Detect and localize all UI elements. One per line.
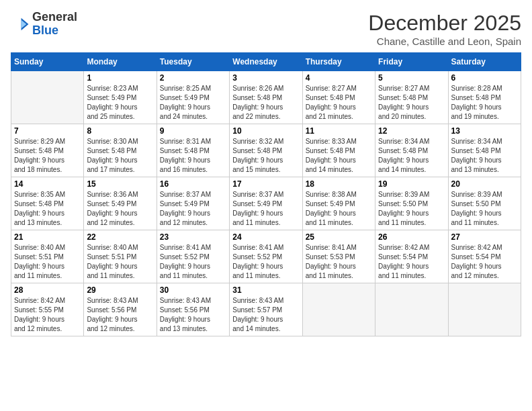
location-title: Chane, Castille and Leon, Spain (368, 36, 521, 47)
day-number: 23 (160, 232, 226, 242)
day-info: Sunrise: 8:40 AMSunset: 5:51 PMDaylight:… (14, 243, 81, 281)
weekday-header-monday: Monday (84, 53, 157, 71)
day-number: 16 (160, 179, 226, 189)
day-number: 25 (306, 232, 372, 242)
calendar-cell (375, 283, 448, 336)
calendar-header-row: SundayMondayTuesdayWednesdayThursdayFrid… (11, 53, 521, 71)
calendar-cell (448, 283, 521, 336)
day-info: Sunrise: 8:29 AMSunset: 5:48 PMDaylight:… (14, 137, 81, 175)
day-info: Sunrise: 8:31 AMSunset: 5:48 PMDaylight:… (160, 137, 226, 175)
day-info: Sunrise: 8:38 AMSunset: 5:49 PMDaylight:… (306, 190, 372, 228)
day-info: Sunrise: 8:34 AMSunset: 5:48 PMDaylight:… (451, 137, 518, 175)
calendar-cell: 24Sunrise: 8:41 AMSunset: 5:52 PMDayligh… (230, 230, 302, 283)
day-number: 26 (378, 232, 445, 242)
day-number: 9 (160, 126, 226, 136)
weekday-header-friday: Friday (375, 53, 448, 71)
day-number: 17 (232, 179, 299, 189)
day-number: 7 (14, 126, 81, 136)
day-info: Sunrise: 8:37 AMSunset: 5:49 PMDaylight:… (232, 190, 299, 228)
calendar-cell: 1Sunrise: 8:23 AMSunset: 5:49 PMDaylight… (84, 71, 157, 124)
day-info: Sunrise: 8:42 AMSunset: 5:54 PMDaylight:… (378, 243, 445, 281)
page-header: General Blue December 2025 Chane, Castil… (11, 11, 521, 47)
calendar-cell: 25Sunrise: 8:41 AMSunset: 5:53 PMDayligh… (302, 230, 375, 283)
day-number: 10 (232, 126, 299, 136)
day-info: Sunrise: 8:26 AMSunset: 5:48 PMDaylight:… (232, 84, 299, 122)
calendar-cell: 17Sunrise: 8:37 AMSunset: 5:49 PMDayligh… (230, 177, 302, 230)
calendar-cell: 14Sunrise: 8:35 AMSunset: 5:48 PMDayligh… (11, 177, 84, 230)
day-info: Sunrise: 8:30 AMSunset: 5:48 PMDaylight:… (87, 137, 153, 175)
day-number: 8 (87, 126, 153, 136)
day-info: Sunrise: 8:42 AMSunset: 5:55 PMDaylight:… (14, 296, 81, 334)
day-info: Sunrise: 8:35 AMSunset: 5:48 PMDaylight:… (14, 190, 81, 228)
day-number: 3 (232, 73, 299, 83)
day-info: Sunrise: 8:34 AMSunset: 5:48 PMDaylight:… (378, 137, 445, 175)
calendar-cell: 29Sunrise: 8:43 AMSunset: 5:56 PMDayligh… (84, 283, 157, 336)
weekday-header-tuesday: Tuesday (157, 53, 229, 71)
day-info: Sunrise: 8:41 AMSunset: 5:53 PMDaylight:… (306, 243, 372, 281)
calendar-cell: 2Sunrise: 8:25 AMSunset: 5:49 PMDaylight… (157, 71, 229, 124)
day-info: Sunrise: 8:43 AMSunset: 5:56 PMDaylight:… (160, 296, 226, 334)
day-number: 4 (306, 73, 372, 83)
calendar-cell: 15Sunrise: 8:36 AMSunset: 5:49 PMDayligh… (84, 177, 157, 230)
day-number: 31 (232, 285, 299, 295)
day-info: Sunrise: 8:32 AMSunset: 5:48 PMDaylight:… (232, 137, 299, 175)
calendar-cell: 7Sunrise: 8:29 AMSunset: 5:48 PMDaylight… (11, 124, 84, 177)
logo: General Blue (11, 11, 77, 38)
calendar-cell: 20Sunrise: 8:39 AMSunset: 5:50 PMDayligh… (448, 177, 521, 230)
calendar-cell: 5Sunrise: 8:27 AMSunset: 5:48 PMDaylight… (375, 71, 448, 124)
day-number: 21 (14, 232, 81, 242)
calendar-cell: 30Sunrise: 8:43 AMSunset: 5:56 PMDayligh… (157, 283, 229, 336)
calendar-cell: 8Sunrise: 8:30 AMSunset: 5:48 PMDaylight… (84, 124, 157, 177)
day-number: 6 (451, 73, 518, 83)
day-number: 15 (87, 179, 153, 189)
calendar-cell: 19Sunrise: 8:39 AMSunset: 5:50 PMDayligh… (375, 177, 448, 230)
day-info: Sunrise: 8:27 AMSunset: 5:48 PMDaylight:… (378, 84, 445, 122)
day-info: Sunrise: 8:36 AMSunset: 5:49 PMDaylight:… (87, 190, 153, 228)
day-info: Sunrise: 8:33 AMSunset: 5:48 PMDaylight:… (306, 137, 372, 175)
day-number: 1 (87, 73, 153, 83)
weekday-header-wednesday: Wednesday (230, 53, 302, 71)
logo-icon (11, 15, 30, 34)
day-info: Sunrise: 8:43 AMSunset: 5:56 PMDaylight:… (87, 296, 153, 334)
day-info: Sunrise: 8:23 AMSunset: 5:49 PMDaylight:… (87, 84, 153, 122)
day-number: 30 (160, 285, 226, 295)
week-row-4: 28Sunrise: 8:42 AMSunset: 5:55 PMDayligh… (11, 283, 521, 336)
calendar-cell: 10Sunrise: 8:32 AMSunset: 5:48 PMDayligh… (230, 124, 302, 177)
day-number: 13 (451, 126, 518, 136)
day-info: Sunrise: 8:43 AMSunset: 5:57 PMDaylight:… (232, 296, 299, 334)
calendar-cell: 28Sunrise: 8:42 AMSunset: 5:55 PMDayligh… (11, 283, 84, 336)
logo-general: General (32, 10, 77, 24)
calendar-cell: 12Sunrise: 8:34 AMSunset: 5:48 PMDayligh… (375, 124, 448, 177)
day-number: 12 (378, 126, 445, 136)
day-info: Sunrise: 8:39 AMSunset: 5:50 PMDaylight:… (378, 190, 445, 228)
calendar-cell: 31Sunrise: 8:43 AMSunset: 5:57 PMDayligh… (230, 283, 302, 336)
day-info: Sunrise: 8:41 AMSunset: 5:52 PMDaylight:… (232, 243, 299, 281)
day-info: Sunrise: 8:27 AMSunset: 5:48 PMDaylight:… (306, 84, 372, 122)
day-number: 19 (378, 179, 445, 189)
day-number: 18 (306, 179, 372, 189)
calendar-cell: 13Sunrise: 8:34 AMSunset: 5:48 PMDayligh… (448, 124, 521, 177)
calendar-cell: 22Sunrise: 8:40 AMSunset: 5:51 PMDayligh… (84, 230, 157, 283)
day-info: Sunrise: 8:25 AMSunset: 5:49 PMDaylight:… (160, 84, 226, 122)
calendar-cell: 18Sunrise: 8:38 AMSunset: 5:49 PMDayligh… (302, 177, 375, 230)
week-row-2: 14Sunrise: 8:35 AMSunset: 5:48 PMDayligh… (11, 177, 521, 230)
day-number: 22 (87, 232, 153, 242)
week-row-1: 7Sunrise: 8:29 AMSunset: 5:48 PMDaylight… (11, 124, 521, 177)
day-info: Sunrise: 8:37 AMSunset: 5:49 PMDaylight:… (160, 190, 226, 228)
logo-text: General Blue (32, 11, 77, 38)
day-number: 28 (14, 285, 81, 295)
day-number: 29 (87, 285, 153, 295)
day-info: Sunrise: 8:41 AMSunset: 5:52 PMDaylight:… (160, 243, 226, 281)
calendar-cell: 27Sunrise: 8:42 AMSunset: 5:54 PMDayligh… (448, 230, 521, 283)
weekday-header-sunday: Sunday (11, 53, 84, 71)
day-number: 2 (160, 73, 226, 83)
calendar-cell (302, 283, 375, 336)
day-number: 14 (14, 179, 81, 189)
day-info: Sunrise: 8:28 AMSunset: 5:48 PMDaylight:… (451, 84, 518, 122)
title-block: December 2025 Chane, Castille and Leon, … (368, 11, 521, 47)
weekday-header-saturday: Saturday (448, 53, 521, 71)
day-number: 24 (232, 232, 299, 242)
calendar-cell: 11Sunrise: 8:33 AMSunset: 5:48 PMDayligh… (302, 124, 375, 177)
day-number: 5 (378, 73, 445, 83)
month-title: December 2025 (368, 11, 521, 36)
